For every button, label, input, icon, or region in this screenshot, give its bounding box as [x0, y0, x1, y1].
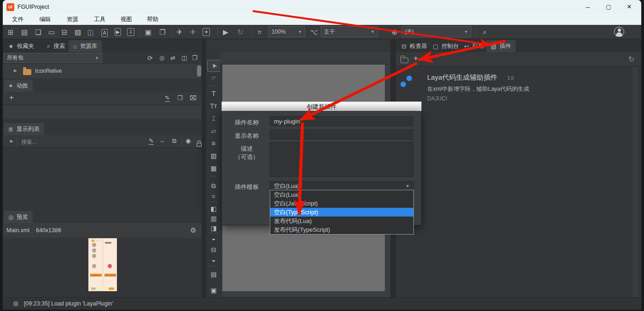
refresh-plugins-icon[interactable]: ↻ [628, 55, 634, 64]
maximize-button[interactable]: ▢ [601, 2, 616, 12]
menu-help[interactable]: 帮助 [143, 14, 162, 25]
tab-display-list[interactable]: ≣ 显示列表 [4, 123, 44, 135]
plugins-scrollbar[interactable] [632, 67, 638, 297]
edit-icon[interactable]: ✎ [165, 94, 170, 102]
combobox-widget-icon[interactable]: ⊟ [58, 25, 70, 39]
option-blank-typescript[interactable]: 空白(TypeScript) [270, 208, 413, 217]
select-tool[interactable]: ➤ [207, 60, 221, 72]
trash-icon[interactable]: ⌧ [190, 94, 197, 101]
search-icon[interactable]: ⌕ [479, 25, 491, 39]
account-avatar[interactable] [614, 27, 624, 37]
same-size-tool[interactable]: ▣ [207, 285, 220, 296]
rename-icon[interactable]: ✎ [149, 137, 154, 145]
slider-widget-icon[interactable]: ◫ [85, 25, 97, 39]
progressbar-widget-icon[interactable]: ▨ [72, 25, 84, 39]
gear-icon[interactable]: ⚙ [190, 226, 196, 235]
align-middle-v-tool[interactable]: ⊟ [207, 244, 220, 255]
save-all-icon[interactable]: ❐ [157, 25, 168, 39]
publish-all-icon[interactable]: ✈ [187, 25, 199, 39]
model-3d-tool[interactable]: ▦ [207, 163, 220, 174]
star-icon: ★ [8, 43, 14, 50]
language-select[interactable]: (无)▼ [401, 26, 471, 37]
option-publish-lua[interactable]: 发布代码(Lua) [270, 217, 413, 225]
reload-icon[interactable]: ↻ [234, 25, 246, 39]
locate-icon[interactable]: ◎ [159, 54, 164, 61]
graph-tool[interactable]: ▱ [207, 125, 220, 136]
group-tool[interactable]: ⧉ [207, 180, 220, 191]
richtext-tool[interactable]: Tᴛ [207, 100, 220, 111]
dialog-titlebar[interactable]: 创建新插件 [221, 101, 422, 111]
movieclip-widget-icon[interactable]: ▶ [112, 25, 124, 39]
template-select[interactable]: 空白(Lua) ▼ [270, 181, 414, 191]
align-bottom-tool[interactable]: ◒ [207, 254, 220, 265]
close-button[interactable]: ✕ [622, 2, 637, 12]
new-package-icon[interactable]: ⊞ [5, 25, 17, 39]
add-plugin-button[interactable]: + [413, 54, 418, 64]
plugin-name-input[interactable]: my-plugin [270, 116, 413, 126]
package-select[interactable]: 所有包▼ [4, 53, 102, 63]
menu-file[interactable]: 文件 [8, 14, 27, 25]
preview-dimensions: 640x1386 [36, 227, 61, 234]
menu-resource[interactable]: 资源 [63, 14, 82, 25]
tab-preview[interactable]: ◎ 预览 [4, 211, 33, 223]
text-tool[interactable]: T [207, 88, 220, 99]
lock-icon[interactable] [197, 143, 202, 147]
tab-library[interactable]: ⌂ 资源库 [69, 40, 102, 52]
option-blank-lua[interactable]: 空白(Lua) [270, 190, 413, 199]
import-widget-icon[interactable]: ⇩ [125, 25, 137, 39]
branch-select[interactable]: 主干▼ [321, 26, 378, 37]
collapse-icon[interactable]: ❐ [192, 54, 197, 61]
play-icon[interactable]: ▶ [220, 25, 232, 39]
menu-view[interactable]: 视图 [117, 14, 136, 25]
button-widget-icon[interactable]: ▭ [46, 25, 58, 39]
device-preview-icon[interactable]: ⌗ [254, 25, 266, 39]
text-widget-icon[interactable]: A [99, 25, 110, 39]
tab-references[interactable]: ↩ 引用 [459, 40, 488, 52]
publish-icon[interactable]: ✈ [174, 25, 186, 39]
add-animation-button[interactable]: + [9, 93, 14, 102]
split-view-icon[interactable]: ◫ [181, 54, 187, 61]
open-plugin-folder-icon[interactable] [400, 58, 408, 63]
expander-icon[interactable]: ▶ [10, 139, 13, 143]
new-component-icon[interactable]: ▤ [18, 25, 30, 39]
tab-favorites[interactable]: ★ 收藏夹 [4, 40, 39, 52]
tab-inspector[interactable]: ⊟ 检查器 [397, 40, 431, 52]
menu-edit[interactable]: 编辑 [35, 14, 54, 25]
align-right-tool[interactable]: ◨ [207, 223, 220, 234]
transform-tool[interactable]: ⌗ [207, 191, 220, 202]
title-bar: UI FGUIProject – ▢ ✕ [3, 0, 641, 14]
hand-tool[interactable]: ☞ [207, 72, 220, 83]
description-textarea[interactable] [270, 142, 413, 177]
hide-eye-icon[interactable]: ⌣ [160, 137, 164, 145]
tab-console[interactable]: ▢ 控制台 [428, 40, 464, 52]
tab-animations[interactable]: ✦ 动效 [4, 80, 33, 92]
publish-settings-icon[interactable]: ✈ [200, 25, 212, 39]
swap-icon[interactable]: ⇄ [170, 54, 175, 61]
align-top-tool[interactable]: ◓ [207, 234, 220, 245]
tab-plugins[interactable]: ▧ 插件 [486, 40, 516, 52]
tab-search[interactable]: ⌕ 搜索 [42, 40, 70, 52]
minimize-button[interactable]: – [580, 2, 595, 12]
menu-tools[interactable]: 工具 [90, 14, 109, 25]
display-name-input[interactable] [270, 129, 413, 140]
expander-icon[interactable]: ▶ [14, 68, 17, 73]
copy-icon[interactable]: ⧉ [172, 137, 176, 145]
tree-item-iconrelive[interactable]: IconRelive [35, 68, 62, 74]
list-tool[interactable]: ≡ [207, 138, 220, 149]
sync-icon[interactable]: ⟳ [147, 54, 153, 62]
loader-tool[interactable]: ▨ [207, 150, 220, 161]
panel-divider[interactable] [202, 39, 206, 297]
option-blank-javascript[interactable]: 空白(JavaScript) [270, 199, 413, 208]
distribute-h-tool[interactable]: ▤ [207, 269, 220, 280]
display-search-input[interactable]: 搜索... [21, 138, 37, 146]
new-label-icon[interactable]: ❑ [32, 25, 44, 39]
plugin-list-item[interactable]: Laya代码生成辅助插件 1.0 在xml中新增字段，辅助Laya代码的生成 D… [396, 70, 631, 104]
input-text-tool[interactable]: ⌶ [207, 113, 220, 124]
visible-eye-icon[interactable]: ◉ [186, 137, 191, 144]
copy-icon[interactable]: ❐ [177, 94, 183, 101]
canvas-hscrollbar[interactable] [222, 291, 390, 297]
save-icon[interactable]: ▣ [142, 25, 154, 39]
option-publish-typescript[interactable]: 发布代码(TypeScript) [270, 225, 413, 234]
tree-scrollbar[interactable] [197, 65, 201, 76]
zoom-select[interactable]: 100%▼ [268, 26, 305, 37]
